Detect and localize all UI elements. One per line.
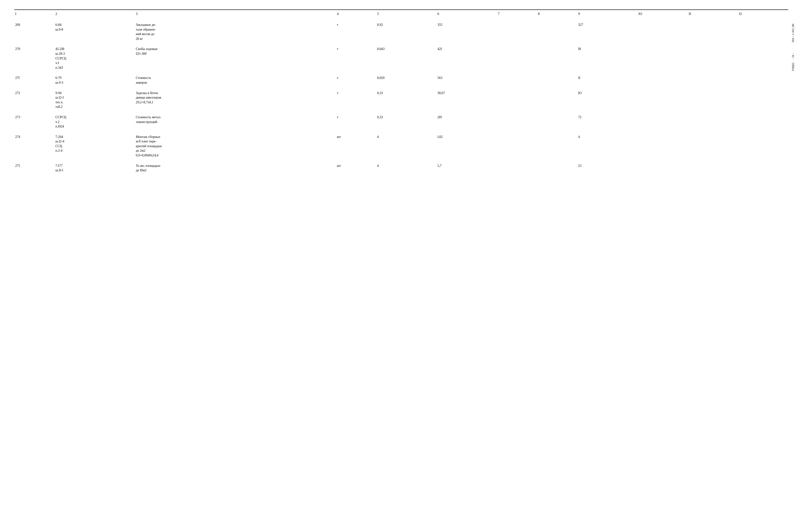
col-header-1: I <box>14 10 55 19</box>
main-table: I 2 3 4 5 6 7 8 9 IO II I2 2696-84ш.9-8З… <box>14 10 788 174</box>
row-num: 274 <box>14 133 55 159</box>
row-num: 272 <box>14 89 55 111</box>
row-desc: Заделка в бетонднища швеллеров29,2+8,7х0… <box>135 89 336 111</box>
row-col6: 30,07 <box>436 89 496 111</box>
col-header-2: 2 <box>55 10 135 19</box>
row-num: 269 <box>14 19 55 42</box>
row-col8 <box>537 45 577 71</box>
row-col5: 0,92 <box>376 19 436 42</box>
row-desc: Скобы ходовыеI2I+300 <box>135 45 336 71</box>
row-col5: 0,043 <box>376 45 436 71</box>
row-col8 <box>537 114 577 130</box>
row-col10 <box>638 89 688 111</box>
col-header-4: 4 <box>336 10 376 19</box>
row-col12 <box>738 74 788 86</box>
row-col9: II <box>577 74 637 86</box>
row-ref: ССРСЦч.2п.I924 <box>55 114 135 130</box>
row-unit: т <box>336 89 376 111</box>
row-desc: То же, площадьюдо I0м2 <box>135 162 336 174</box>
row-ref: 9-94ш.I2-Iтех.ч.таб.2 <box>55 89 135 111</box>
row-col11 <box>688 133 738 159</box>
table-row: 27I6-79ш.9-3Стоимостьанкеровт0,020563II <box>14 74 788 86</box>
row-col8 <box>537 19 577 42</box>
row-col7 <box>497 74 537 86</box>
spacer-row <box>14 87 788 89</box>
row-col7 <box>497 19 537 42</box>
spacer-row <box>14 111 788 114</box>
spacer-row <box>14 159 788 162</box>
row-col12 <box>738 45 788 71</box>
row-col5: 4 <box>376 133 436 159</box>
row-col12 <box>738 19 788 42</box>
row-col9: 4 <box>577 133 637 159</box>
col-header-12: I2 <box>738 10 788 19</box>
row-num: 273 <box>14 114 55 130</box>
col-header-10: IO <box>638 10 688 19</box>
row-col8 <box>537 89 577 111</box>
row-col12 <box>738 162 788 174</box>
row-col5: 0,020 <box>376 74 436 86</box>
row-col10 <box>638 114 688 130</box>
row-col8 <box>537 162 577 174</box>
row-unit: т <box>336 45 376 71</box>
row-col6: 5,7 <box>436 162 496 174</box>
row-unit: т <box>336 19 376 42</box>
header-row: I 2 3 4 5 6 7 8 9 IO II I2 <box>14 10 788 19</box>
row-desc: Закладные де-тали обрамле-ний весом до20… <box>135 19 336 42</box>
row-col6: 355 <box>436 19 496 42</box>
side-label-top: 503 - 1-41С.86 <box>791 24 795 42</box>
row-col6: 42I <box>436 45 496 71</box>
col-header-3: 3 <box>135 10 336 19</box>
row-col9: IO <box>577 89 637 111</box>
row-ref: 6-84ш.9-8 <box>55 19 135 42</box>
row-num: 27I <box>14 74 55 86</box>
row-col12 <box>738 133 788 159</box>
row-col11 <box>688 19 738 42</box>
spacer-row <box>14 71 788 74</box>
row-ref: 45-2I8ш.28-3ССРСЦч.Iп.343 <box>55 45 135 71</box>
table-row: 2757-I77ш.II-IТо же, площадьюдо I0м2шт45… <box>14 162 788 174</box>
row-col8 <box>537 74 577 86</box>
row-col9: 327 <box>577 19 637 42</box>
side-panel: 503 - 1-41С.86 - 5I - УШ(I) <box>788 10 798 174</box>
table-row: 2696-84ш.9-8Закладные де-тали обрамле-ни… <box>14 19 788 42</box>
row-desc: Монтаж сборныхж/б плит пере-крытий площа… <box>135 133 336 159</box>
row-col7 <box>497 89 537 111</box>
row-col7 <box>497 162 537 174</box>
spacer-row <box>14 42 788 45</box>
row-col9: 72 <box>577 114 637 130</box>
row-ref: 7-I77ш.II-I <box>55 162 135 174</box>
row-col7 <box>497 45 537 71</box>
row-col7 <box>497 114 537 130</box>
table-row: 273ССРСЦч.2п.I924Стоимость метал-локонст… <box>14 114 788 130</box>
row-col11 <box>688 74 738 86</box>
col-header-11: II <box>688 10 738 19</box>
col-header-9: 9 <box>577 10 637 19</box>
table-row: 2729-94ш.I2-Iтех.ч.таб.2Заделка в бетонд… <box>14 89 788 111</box>
row-unit: т <box>336 114 376 130</box>
table-wrapper: I 2 3 4 5 6 7 8 9 IO II I2 2696-84ш.9-8З… <box>14 10 788 174</box>
row-unit: т <box>336 74 376 86</box>
page-container: I 2 3 4 5 6 7 8 9 IO II I2 2696-84ш.9-8З… <box>14 10 798 174</box>
row-col10 <box>638 74 688 86</box>
side-label-bottom: УШ(I) <box>791 63 795 71</box>
row-col10 <box>638 133 688 159</box>
row-num: 275 <box>14 162 55 174</box>
row-col12 <box>738 114 788 130</box>
col-header-6: 6 <box>436 10 496 19</box>
table-row: 2747-204ш.I2-4ССЦп.2-4Монтаж сборныхж/б … <box>14 133 788 159</box>
side-label-separator: - 5I - <box>791 53 795 59</box>
row-unit: шт <box>336 133 376 159</box>
row-num: 270 <box>14 45 55 71</box>
row-col12 <box>738 89 788 111</box>
row-col11 <box>688 162 738 174</box>
row-col5: 0,33 <box>376 89 436 111</box>
col-header-7: 7 <box>497 10 537 19</box>
row-ref: 7-204ш.I2-4ССЦп.2-4 <box>55 133 135 159</box>
row-col7 <box>497 133 537 159</box>
row-col6: 563 <box>436 74 496 86</box>
row-desc: Стоимостьанкеров <box>135 74 336 86</box>
row-ref: 6-79ш.9-3 <box>55 74 135 86</box>
row-unit: шт <box>336 162 376 174</box>
table-row: 27045-2I8ш.28-3ССРСЦч.Iп.343Скобы ходовы… <box>14 45 788 71</box>
